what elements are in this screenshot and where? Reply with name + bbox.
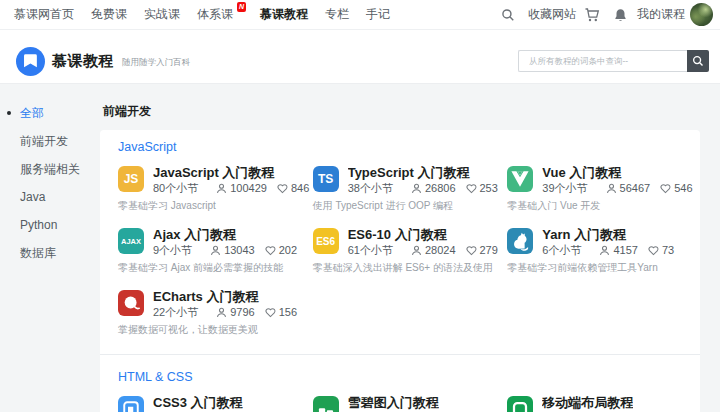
lesson-count: 22个小节 — [153, 306, 198, 318]
nav-item-label: 体系课 — [197, 7, 233, 21]
nav-item[interactable]: 体系课 N — [197, 6, 233, 23]
course-title[interactable]: Yarn 入门教程 — [542, 228, 674, 242]
likes-count: 156 — [279, 306, 297, 318]
tutorial-search-input[interactable] — [518, 50, 687, 72]
likes-count: 253 — [480, 182, 498, 194]
course-title[interactable]: TypeScript 入门教程 — [348, 166, 488, 180]
course-description: 零基础学习前端依赖管理工具Yarn — [507, 262, 682, 274]
course-meta: 6个小节 4157 73 — [542, 244, 674, 256]
nav-item[interactable]: 免费课 — [91, 6, 127, 23]
yarn-icon — [507, 228, 533, 254]
likes-count: 846 — [291, 182, 309, 194]
user-avatar[interactable] — [690, 3, 713, 26]
course-card[interactable]: ECharts 入门教程 22个小节 9796 156 — [118, 290, 293, 336]
sidebar-item[interactable]: 全部 — [0, 99, 100, 127]
site-title[interactable]: 慕课教程 — [52, 52, 114, 71]
likes-count: 73 — [662, 244, 674, 256]
course-meta: 80个小节 100429 846 — [153, 182, 293, 194]
course-description: 零基础学习 Ajax 前端必需掌握的技能 — [118, 262, 293, 274]
learners-icon — [606, 183, 617, 194]
course-section: JavaScript JS JavaScript 入门教程 80个 — [118, 138, 682, 336]
course-card[interactable]: AJAX Ajax 入门教程 9个小节 13043 — [118, 228, 293, 274]
cart-icon[interactable] — [584, 7, 600, 23]
views-count: 56467 — [620, 182, 651, 194]
main-content: 前端开发 JavaScript JS JavaScript — [100, 84, 720, 412]
heart-icon — [648, 245, 659, 256]
course-card-top: 雪碧图入门教程 — [313, 396, 488, 412]
course-meta: 9个小节 13043 202 — [153, 244, 293, 256]
course-description: 零基础入门 Vue 开发 — [507, 200, 682, 212]
sidebar-item-label: 服务端相关 — [20, 162, 80, 176]
course-card-top: 移动端布局教程 — [507, 396, 682, 412]
course-card-body: Vue 入门教程 39个小节 56467 546 — [542, 166, 682, 194]
section-title[interactable]: HTML & CSS — [118, 368, 682, 386]
learners-icon — [216, 307, 227, 318]
sidebar-item[interactable]: 前端开发 — [0, 127, 100, 155]
nav-item[interactable]: 慕课网首页 — [14, 6, 74, 23]
sidebar-item-label: Python — [20, 218, 57, 232]
nav-item[interactable]: 专栏 — [325, 6, 349, 23]
course-card-body: CSS3 入门教程 — [153, 396, 243, 412]
sprite-icon — [313, 396, 339, 412]
course-card[interactable]: Yarn 入门教程 6个小节 4157 73 — [507, 228, 682, 274]
course-card[interactable]: 雪碧图入门教程 — [313, 396, 488, 412]
new-badge: N — [237, 2, 246, 12]
course-meta: 61个小节 28024 279 — [348, 244, 488, 256]
tutorial-search — [518, 50, 709, 72]
course-card-top: JS JavaScript 入门教程 80个小节 100429 — [118, 166, 293, 194]
course-card-body: TypeScript 入门教程 38个小节 26806 253 — [348, 166, 488, 194]
search-icon[interactable] — [501, 8, 515, 22]
course-card-body: 雪碧图入门教程 — [348, 396, 439, 412]
learners-icon — [216, 183, 227, 194]
likes-group: 279 — [466, 244, 498, 256]
course-title[interactable]: JavaScript 入门教程 — [153, 166, 293, 180]
sidebar-item[interactable]: 服务端相关 — [0, 155, 100, 183]
echarts-icon — [118, 290, 144, 316]
course-card[interactable]: Vue 入门教程 39个小节 56467 546 — [507, 166, 682, 212]
course-title[interactable]: ECharts 入门教程 — [153, 290, 293, 304]
likes-count: 546 — [674, 182, 692, 194]
course-card[interactable]: TS TypeScript 入门教程 38个小节 26806 — [313, 166, 488, 212]
course-card[interactable]: CSS3 入门教程 — [118, 396, 293, 412]
site-logo-icon[interactable] — [16, 47, 45, 76]
course-title[interactable]: 移动端布局教程 — [542, 396, 633, 410]
course-card-body: JavaScript 入门教程 80个小节 100429 846 — [153, 166, 293, 194]
course-card-top: Yarn 入门教程 6个小节 4157 73 — [507, 228, 682, 256]
course-title[interactable]: CSS3 入门教程 — [153, 396, 243, 410]
course-title[interactable]: 雪碧图入门教程 — [348, 396, 439, 410]
my-courses-link[interactable]: 我的课程 — [637, 6, 685, 23]
sidebar-item[interactable]: Java — [0, 183, 100, 211]
page-body: 全部 前端开发 服务端相关 Java Python 数据库 前端开发 — [0, 84, 720, 412]
course-grid: CSS3 入门教程 — [118, 396, 682, 412]
course-title[interactable]: Vue 入门教程 — [542, 166, 682, 180]
likes-count: 202 — [279, 244, 297, 256]
nav-item[interactable]: 慕课教程 — [260, 6, 308, 23]
nav-item-label: 慕课网首页 — [14, 7, 74, 21]
course-card[interactable]: 移动端布局教程 — [507, 396, 682, 412]
likes-group: 546 — [660, 182, 692, 194]
course-card[interactable]: ES6 ES6-10 入门教程 61个小节 28024 — [313, 228, 488, 274]
sidebar-item[interactable]: 数据库 — [0, 239, 100, 267]
sidebar-item-label: Java — [20, 190, 45, 204]
course-card-top: ECharts 入门教程 22个小节 9796 156 — [118, 290, 293, 318]
views-group: 28024 — [411, 244, 456, 256]
sidebar-item[interactable]: Python — [0, 211, 100, 239]
favorite-site-link[interactable]: 收藏网站 — [528, 6, 576, 23]
learners-icon — [599, 245, 610, 256]
course-title[interactable]: ES6-10 入门教程 — [348, 228, 488, 242]
nav-item[interactable]: 手记 — [366, 6, 390, 23]
tutorial-search-button[interactable] — [687, 50, 709, 72]
nav-item[interactable]: 实战课 — [144, 6, 180, 23]
course-card[interactable]: JS JavaScript 入门教程 80个小节 100429 — [118, 166, 293, 212]
likes-group: 73 — [648, 244, 674, 256]
section-title[interactable]: JavaScript — [118, 138, 682, 156]
course-card-top: ES6 ES6-10 入门教程 61个小节 28024 — [313, 228, 488, 256]
course-description: 掌握数据可视化，让数据更美观 — [118, 324, 293, 336]
sidebar-item-label: 前端开发 — [20, 134, 68, 148]
bell-icon[interactable] — [614, 8, 627, 22]
top-navbar: 慕课网首页 免费课 实战课 体系课 N 慕课教程 — [0, 0, 720, 30]
course-title[interactable]: Ajax 入门教程 — [153, 228, 293, 242]
lesson-count: 39个小节 — [542, 182, 587, 194]
lesson-count: 61个小节 — [348, 244, 393, 256]
lesson-count: 80个小节 — [153, 182, 198, 194]
